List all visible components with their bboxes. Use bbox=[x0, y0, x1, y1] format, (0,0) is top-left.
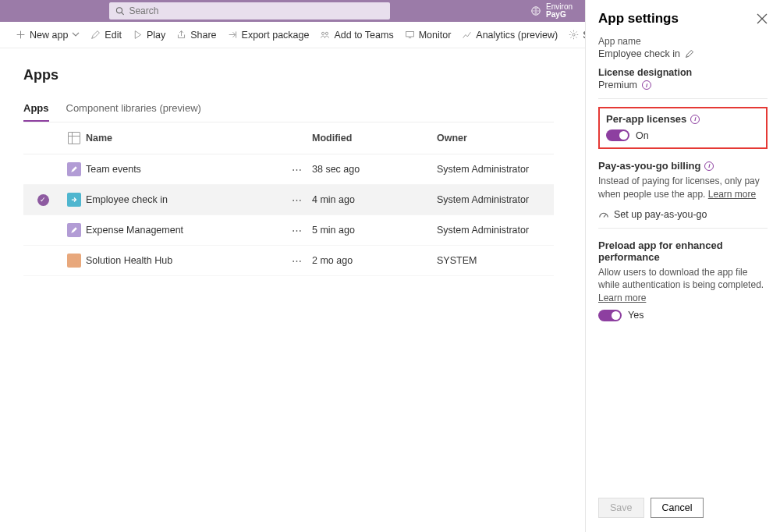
tab-component-libraries[interactable]: Component libraries (preview) bbox=[66, 102, 201, 122]
preload-state: Yes bbox=[628, 310, 644, 321]
more-actions[interactable]: ⋯ bbox=[281, 164, 312, 176]
app-settings-panel: App settings App name Employee check in … bbox=[585, 0, 780, 532]
environment-picker[interactable]: Environ PayG bbox=[530, 0, 573, 22]
export-label: Export package bbox=[242, 30, 310, 41]
gear-icon bbox=[569, 30, 579, 40]
table-row[interactable]: Expense Management⋯5 min agoSystem Admin… bbox=[23, 215, 554, 246]
svg-point-0 bbox=[116, 8, 122, 13]
per-app-toggle[interactable] bbox=[606, 129, 629, 141]
panel-title: App settings bbox=[598, 11, 679, 27]
chevron-down-icon bbox=[72, 30, 80, 41]
modified-cell: 2 mo ago bbox=[312, 255, 437, 266]
svg-rect-5 bbox=[406, 31, 413, 37]
header-name[interactable]: Name bbox=[86, 133, 281, 144]
app-name-cell[interactable]: Solution Health Hub bbox=[86, 255, 281, 266]
more-actions[interactable]: ⋯ bbox=[281, 225, 312, 236]
pencil-icon[interactable] bbox=[685, 49, 694, 59]
monitor-label: Monitor bbox=[419, 30, 452, 41]
teams-icon bbox=[320, 30, 330, 40]
preload-learn-more[interactable]: Learn more bbox=[598, 293, 646, 303]
license-label: License designation bbox=[598, 67, 768, 78]
search-input[interactable] bbox=[129, 5, 384, 16]
main-content: Apps Apps Component libraries (preview) … bbox=[0, 48, 577, 276]
page-title: Apps bbox=[23, 67, 554, 83]
app-name-value: Employee check in bbox=[598, 48, 680, 59]
more-actions[interactable]: ⋯ bbox=[281, 255, 312, 267]
meter-icon bbox=[598, 209, 609, 220]
owner-cell: System Administrator bbox=[437, 164, 554, 175]
share-label: Share bbox=[190, 30, 216, 41]
table-row[interactable]: Employee check in⋯4 min agoSystem Admini… bbox=[23, 185, 554, 215]
app-name-cell[interactable]: Team events bbox=[86, 164, 281, 175]
app-name-cell[interactable]: Employee check in bbox=[86, 194, 281, 205]
grid-header: Name Modified Owner bbox=[23, 122, 554, 154]
info-icon[interactable] bbox=[704, 161, 714, 171]
env-name: PayG bbox=[546, 11, 573, 19]
app-icon bbox=[67, 162, 81, 176]
new-app-label: New app bbox=[30, 30, 68, 41]
preload-title: Preload app for enhanced performance bbox=[598, 239, 768, 263]
owner-cell: SYSTEM bbox=[437, 255, 554, 266]
header-modified[interactable]: Modified bbox=[312, 133, 437, 144]
app-icon bbox=[67, 223, 81, 237]
close-icon[interactable] bbox=[757, 13, 768, 24]
per-app-licenses-box: Per-app licenses On bbox=[598, 107, 768, 149]
setup-payg-label: Set up pay-as-you-go bbox=[614, 209, 707, 220]
save-button: Save bbox=[598, 498, 644, 518]
svg-point-6 bbox=[573, 34, 575, 36]
analytics-icon bbox=[462, 30, 472, 40]
preload-toggle[interactable] bbox=[598, 310, 622, 321]
svg-line-1 bbox=[122, 12, 124, 15]
owner-cell: System Administrator bbox=[437, 194, 554, 205]
pencil-icon bbox=[90, 30, 101, 40]
header-owner[interactable]: Owner bbox=[437, 133, 554, 144]
monitor-icon bbox=[405, 30, 415, 40]
play-button[interactable]: Play bbox=[133, 30, 165, 41]
edit-label: Edit bbox=[105, 30, 122, 41]
share-button[interactable]: Share bbox=[176, 30, 216, 41]
export-button[interactable]: Export package bbox=[228, 30, 310, 41]
edit-button[interactable]: Edit bbox=[90, 30, 122, 41]
svg-point-3 bbox=[322, 32, 324, 34]
selected-indicator bbox=[37, 194, 49, 206]
app-name-label: App name bbox=[598, 36, 768, 47]
app-icon bbox=[67, 254, 81, 268]
search-box[interactable] bbox=[109, 2, 390, 20]
svg-point-4 bbox=[326, 32, 328, 34]
per-app-state: On bbox=[636, 130, 649, 141]
tab-apps[interactable]: Apps bbox=[23, 102, 49, 122]
share-icon bbox=[176, 30, 186, 40]
teams-label: Add to Teams bbox=[334, 30, 393, 41]
tabs: Apps Component libraries (preview) bbox=[23, 102, 554, 122]
license-value: Premium bbox=[598, 80, 637, 90]
payg-learn-more[interactable]: Learn more bbox=[708, 189, 756, 200]
modified-cell: 5 min ago bbox=[312, 225, 437, 236]
app-name-cell[interactable]: Expense Management bbox=[86, 225, 281, 236]
preload-desc: Allow users to download the app file whi… bbox=[598, 267, 764, 291]
analytics-label: Analytics (preview) bbox=[476, 30, 558, 41]
column-options-icon[interactable] bbox=[68, 132, 80, 144]
setup-payg-button[interactable]: Set up pay-as-you-go bbox=[598, 209, 768, 220]
export-icon bbox=[228, 30, 238, 40]
search-icon bbox=[115, 6, 124, 16]
monitor-button[interactable]: Monitor bbox=[405, 30, 452, 41]
owner-cell: System Administrator bbox=[437, 225, 554, 236]
payg-title: Pay-as-you-go billing bbox=[598, 160, 700, 172]
apps-grid: Name Modified Owner Team events⋯38 sec a… bbox=[23, 122, 554, 276]
cancel-button[interactable]: Cancel bbox=[651, 498, 704, 518]
modified-cell: 4 min ago bbox=[312, 194, 437, 205]
per-app-title: Per-app licenses bbox=[606, 113, 686, 125]
table-row[interactable]: Team events⋯38 sec agoSystem Administrat… bbox=[23, 154, 554, 185]
plus-icon bbox=[16, 30, 26, 40]
table-row[interactable]: Solution Health Hub⋯2 mo agoSYSTEM bbox=[23, 246, 554, 276]
more-actions[interactable]: ⋯ bbox=[281, 194, 312, 206]
play-icon bbox=[133, 30, 143, 40]
app-icon bbox=[67, 193, 81, 207]
analytics-button[interactable]: Analytics (preview) bbox=[462, 30, 558, 41]
add-to-teams-button[interactable]: Add to Teams bbox=[320, 30, 393, 41]
new-app-button[interactable]: New app bbox=[16, 30, 80, 41]
info-icon[interactable] bbox=[642, 80, 651, 90]
info-icon[interactable] bbox=[690, 115, 700, 124]
modified-cell: 38 sec ago bbox=[312, 164, 437, 175]
environment-icon bbox=[530, 5, 541, 16]
